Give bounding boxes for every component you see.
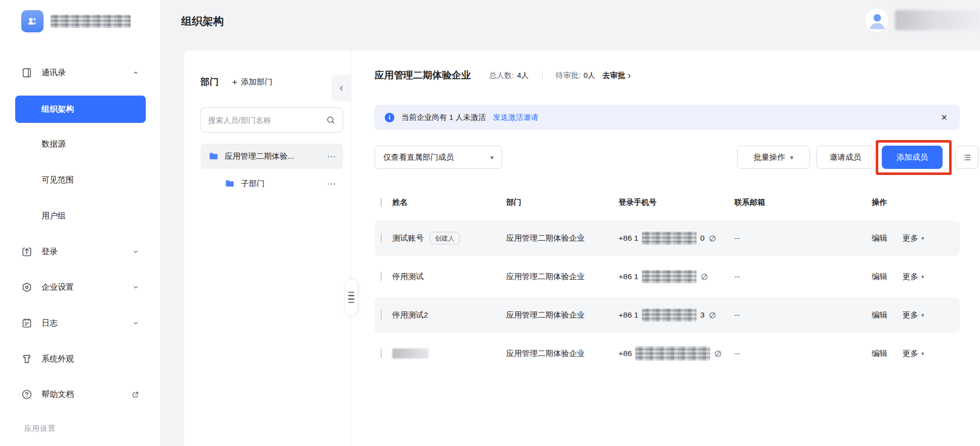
- eye-off-icon[interactable]: [708, 234, 717, 243]
- member-name: 停用测试2: [392, 310, 428, 321]
- caret-down-icon: ▾: [921, 312, 924, 319]
- more-button[interactable]: 更多 ▾: [903, 348, 924, 359]
- invite-member-button[interactable]: 邀请成员: [816, 146, 874, 169]
- row-checkbox[interactable]: [381, 310, 382, 320]
- sidebar-item-data-source[interactable]: 数据源: [15, 130, 146, 158]
- department-panel-title: 部门: [200, 76, 219, 88]
- log-calendar-icon: [21, 318, 32, 329]
- edit-button[interactable]: 编辑: [872, 348, 887, 359]
- pending-approval-value: 0人: [584, 71, 595, 80]
- sidebar-item-label: 日志: [42, 318, 58, 329]
- phone-redacted: [642, 308, 697, 322]
- company-name: 应用管理二期体验企业: [375, 69, 471, 82]
- select-all-checkbox[interactable]: [381, 198, 382, 207]
- member-department: 应用管理二期体验企业: [506, 310, 585, 321]
- column-header-actions: 操作: [872, 198, 887, 207]
- table-row: 停用测试 应用管理二期体验企业 +86 1 -- 编辑 更多 ▾: [375, 259, 960, 294]
- sidebar-item-contacts[interactable]: 通讯录: [15, 59, 146, 86]
- list-view-button[interactable]: [955, 146, 978, 169]
- sidebar-item-org-structure[interactable]: 组织架构: [15, 96, 146, 123]
- sidebar-item-visibility-scope[interactable]: 可见范围: [15, 166, 146, 194]
- sidebar-item-label: 系统外观: [42, 354, 74, 365]
- department-panel: 部门 + 添加部门 应用管理二期体验... ⋯ 子部门: [184, 51, 351, 446]
- chevron-down-icon[interactable]: [132, 283, 140, 291]
- sidebar-item-label: 用户组: [42, 211, 66, 221]
- workspace-logo-row[interactable]: [21, 10, 131, 32]
- phone-suffix: 3: [700, 310, 705, 320]
- sidebar-item-help-docs[interactable]: 帮助文档: [15, 381, 146, 408]
- chevron-down-icon[interactable]: [132, 319, 140, 327]
- edit-button[interactable]: 编辑: [872, 310, 887, 321]
- panel-resize-handle[interactable]: [344, 279, 358, 316]
- row-checkbox[interactable]: [381, 272, 382, 281]
- total-count-value: 4人: [517, 71, 528, 80]
- more-actions-icon[interactable]: ⋯: [327, 151, 336, 162]
- more-button[interactable]: 更多 ▾: [903, 310, 924, 321]
- caret-down-icon: ▾: [921, 235, 924, 242]
- table-row: 测试账号 创建人 应用管理二期体验企业 +86 1 0 -- 编辑 更多 ▾: [375, 220, 960, 256]
- sidebar-item-login[interactable]: 登录: [15, 238, 146, 265]
- eye-off-icon[interactable]: [714, 349, 722, 358]
- chevron-right-icon: ›: [628, 71, 631, 80]
- sidebar-item-user-group[interactable]: 用户组: [15, 202, 146, 230]
- collapse-panel-button[interactable]: [332, 75, 351, 101]
- phone-suffix: 0: [700, 234, 705, 243]
- send-activation-invite-link[interactable]: 发送激活邀请: [493, 113, 539, 122]
- person-icon: [865, 9, 889, 32]
- avatar[interactable]: [865, 8, 889, 32]
- more-button[interactable]: 更多 ▾: [903, 233, 924, 244]
- chevron-down-icon[interactable]: [132, 248, 140, 256]
- row-checkbox[interactable]: [381, 348, 382, 358]
- more-actions-icon[interactable]: ⋯: [327, 179, 336, 189]
- add-member-button[interactable]: 添加成员: [882, 146, 943, 169]
- tshirt-icon: [21, 353, 32, 365]
- column-header-email: 联系邮箱: [734, 198, 765, 207]
- edit-button[interactable]: 编辑: [872, 272, 887, 282]
- pending-approval-label: 待审批:: [556, 71, 581, 80]
- member-department: 应用管理二期体验企业: [506, 233, 585, 244]
- phone-redacted: [642, 270, 697, 283]
- close-icon[interactable]: ✕: [939, 111, 950, 124]
- folder-icon: [225, 179, 235, 189]
- phone-prefix: +86 1: [619, 310, 638, 320]
- people-icon: [26, 15, 39, 28]
- sidebar-item-enterprise-settings[interactable]: 企业设置: [15, 274, 146, 301]
- eye-off-icon[interactable]: [708, 311, 717, 320]
- sidebar-item-label: 企业设置: [42, 282, 74, 293]
- sidebar-item-logs[interactable]: 日志: [15, 309, 146, 337]
- table-header: 姓名 部门 登录手机号 联系邮箱 操作: [375, 193, 960, 211]
- caret-down-icon: ▾: [921, 274, 924, 280]
- info-icon: i: [385, 113, 394, 122]
- phone-prefix: +86 1: [619, 234, 638, 243]
- creator-badge: 创建人: [430, 232, 460, 245]
- tree-item-sub-department[interactable]: 子部门 ⋯: [200, 171, 343, 196]
- more-button[interactable]: 更多 ▾: [903, 272, 924, 282]
- row-checkbox[interactable]: [381, 233, 382, 243]
- column-header-phone: 登录手机号: [619, 198, 657, 207]
- app-settings-label[interactable]: 应用设置: [24, 424, 56, 433]
- member-department: 应用管理二期体验企业: [506, 272, 585, 282]
- user-chip[interactable]: [865, 8, 980, 32]
- table-row: 应用管理二期体验企业 +86 -- 编辑 更多 ▾: [375, 336, 960, 371]
- list-icon: [962, 153, 972, 162]
- member-email: --: [734, 310, 740, 320]
- chevron-left-icon: [337, 84, 346, 93]
- sidebar-item-label: 组织架构: [42, 104, 74, 115]
- banner-text: 当前企业尚有 1 人未激活: [401, 113, 486, 122]
- bulk-actions-button[interactable]: 批量操作 ▾: [737, 146, 810, 169]
- plus-icon: +: [232, 77, 237, 87]
- go-approve-link[interactable]: 去审批 ›: [602, 71, 631, 80]
- search-input[interactable]: [208, 116, 326, 124]
- eye-off-icon[interactable]: [700, 273, 709, 281]
- edit-button[interactable]: 编辑: [872, 233, 887, 244]
- sidebar-item-system-appearance[interactable]: 系统外观: [15, 345, 146, 373]
- phone-prefix: +86 1: [619, 272, 638, 281]
- chevron-up-icon[interactable]: [132, 69, 140, 77]
- tree-item-root-department[interactable]: 应用管理二期体验... ⋯: [200, 144, 343, 169]
- enterprise-settings-icon: [21, 282, 32, 293]
- department-search[interactable]: [200, 107, 343, 132]
- add-department-button[interactable]: + 添加部门: [232, 77, 272, 87]
- table-row: 停用测试2 应用管理二期体验企业 +86 1 3 -- 编辑 更多 ▾: [375, 297, 960, 333]
- member-scope-dropdown[interactable]: 仅查看直属部门成员 ▾: [375, 146, 502, 169]
- tree-item-label: 子部门: [241, 179, 265, 189]
